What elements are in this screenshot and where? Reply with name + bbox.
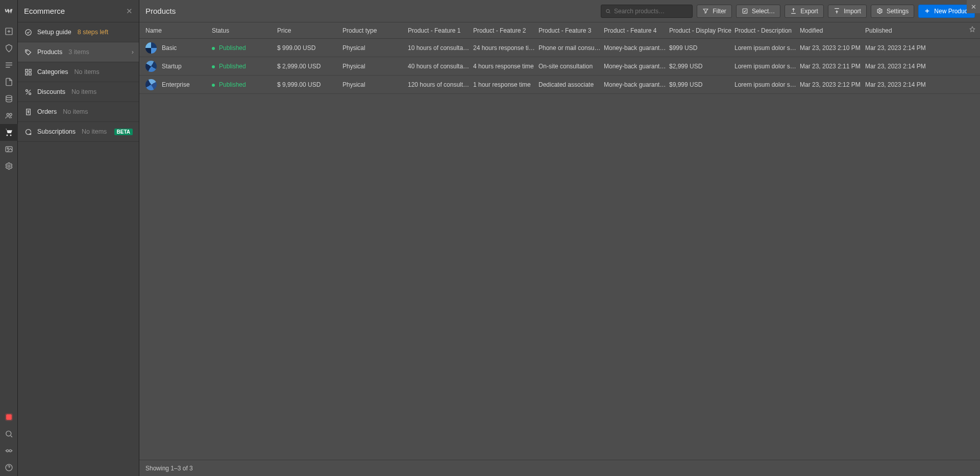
sidebar-close-icon[interactable]: ✕ xyxy=(126,7,133,16)
filter-icon xyxy=(702,8,709,14)
search-glyph-icon xyxy=(605,8,611,14)
logo-icon[interactable] xyxy=(0,3,18,20)
price-cell: $ 9,999.00 USD xyxy=(277,81,342,88)
status-text: Published xyxy=(219,81,246,88)
product-name: Enterprise xyxy=(162,81,190,88)
col-feature-3[interactable]: Product - Feature 3 xyxy=(538,27,604,34)
type-cell: Physical xyxy=(342,63,408,70)
left-rail xyxy=(0,0,18,476)
feature3-cell: Dedicated associate xyxy=(538,81,604,88)
navigator-icon[interactable] xyxy=(0,40,18,57)
sidebar-item-orders[interactable]: OrdersNo items xyxy=(18,102,139,122)
col-published[interactable]: Published xyxy=(865,27,930,34)
settings-label: Settings xyxy=(887,8,909,15)
sidebar-title: Ecommerce xyxy=(24,7,65,15)
col-feature-2[interactable]: Product - Feature 2 xyxy=(473,27,538,34)
modified-cell: Mar 23, 2023 2:10 PM xyxy=(800,44,865,52)
product-avatar xyxy=(145,79,157,90)
add-icon[interactable] xyxy=(0,23,18,40)
pin-icon[interactable] xyxy=(969,26,976,35)
feature1-cell: 10 hours of consultati… xyxy=(408,44,473,52)
assets-icon[interactable] xyxy=(0,141,18,158)
col-status[interactable]: Status xyxy=(212,27,277,34)
col-feature-1[interactable]: Product - Feature 1 xyxy=(408,27,473,34)
feature3-cell: On-site consultation xyxy=(538,63,604,70)
filter-button[interactable]: Filter xyxy=(697,5,732,18)
svg-point-22 xyxy=(879,10,880,12)
product-name: Basic xyxy=(162,44,177,52)
table-row[interactable]: BasicPublished$ 999.00 USDPhysical10 hou… xyxy=(139,39,980,57)
feature2-cell: 24 hours response ti… xyxy=(473,44,538,52)
users-icon[interactable] xyxy=(0,107,18,124)
product-avatar xyxy=(145,42,157,54)
search-icon[interactable] xyxy=(0,425,18,442)
select-icon xyxy=(742,8,748,14)
col-modified[interactable]: Modified xyxy=(800,27,865,34)
sidebar-panel: Ecommerce ✕ Setup guide8 steps leftProdu… xyxy=(18,0,139,476)
settings-button[interactable]: Settings xyxy=(871,5,914,18)
svg-point-7 xyxy=(6,431,11,436)
refresh-icon xyxy=(24,128,32,136)
col-description[interactable]: Product - Description xyxy=(734,27,800,34)
search-input-wrapper[interactable] xyxy=(601,5,693,18)
sidebar-item-subscriptions[interactable]: SubscriptionsNo itemsBETA xyxy=(18,122,139,142)
receipt-icon xyxy=(24,108,32,116)
close-icon[interactable]: ✕ xyxy=(967,0,980,13)
beta-badge: BETA xyxy=(114,129,133,135)
audit-icon[interactable] xyxy=(0,442,18,459)
export-button[interactable]: Export xyxy=(785,5,824,18)
svg-point-17 xyxy=(26,89,28,91)
collections-icon[interactable] xyxy=(0,90,18,107)
search-input[interactable] xyxy=(614,8,688,15)
plus-icon xyxy=(924,8,930,14)
cms-icon[interactable] xyxy=(0,57,18,73)
svg-rect-16 xyxy=(29,72,31,74)
svg-point-18 xyxy=(29,92,31,94)
gear-icon xyxy=(876,8,883,14)
display-price-cell: $2,999 USD xyxy=(669,63,734,70)
video-icon[interactable] xyxy=(0,409,18,425)
col-display-price[interactable]: Product - Display Price xyxy=(669,27,734,34)
sidebar-item-label: Setup guide xyxy=(37,29,71,36)
select-button[interactable]: Select… xyxy=(736,5,780,18)
table-footer: Showing 1–3 of 3 xyxy=(139,460,980,476)
import-button[interactable]: Import xyxy=(828,5,867,18)
sidebar-item-products[interactable]: Products3 items› xyxy=(18,42,139,62)
sidebar-item-meta: No items xyxy=(82,128,107,135)
svg-point-3 xyxy=(9,113,11,115)
sidebar-item-categories[interactable]: CategoriesNo items xyxy=(18,62,139,82)
tag-icon xyxy=(24,48,32,56)
help-icon[interactable] xyxy=(0,459,18,476)
col-feature-4[interactable]: Product - Feature 4 xyxy=(604,27,669,34)
svg-point-20 xyxy=(606,9,609,12)
svg-point-11 xyxy=(25,29,31,35)
description-cell: Lorem ipsum dolor sit… xyxy=(734,63,800,70)
products-table: Name Status Price Product type Product -… xyxy=(139,22,980,460)
svg-point-6 xyxy=(8,165,10,167)
import-icon xyxy=(834,8,840,14)
product-avatar xyxy=(145,61,157,72)
col-price[interactable]: Price xyxy=(277,27,342,34)
svg-point-8 xyxy=(6,449,8,452)
sidebar-item-meta: No items xyxy=(74,68,99,76)
settings-icon[interactable] xyxy=(0,158,18,174)
check-circle-icon xyxy=(24,28,32,36)
modified-cell: Mar 23, 2023 2:12 PM xyxy=(800,81,865,88)
sidebar-item-discounts[interactable]: DiscountsNo items xyxy=(18,82,139,102)
feature2-cell: 1 hour response time xyxy=(473,81,538,88)
feature4-cell: Money-back guarantee xyxy=(604,81,669,88)
status-text: Published xyxy=(219,44,246,52)
col-type[interactable]: Product type xyxy=(342,27,408,34)
col-name[interactable]: Name xyxy=(145,27,212,34)
feature1-cell: 120 hours of consulta… xyxy=(408,81,473,88)
table-row[interactable]: EnterprisePublished$ 9,999.00 USDPhysica… xyxy=(139,76,980,94)
percent-icon xyxy=(24,88,32,96)
svg-point-2 xyxy=(7,113,9,115)
table-row[interactable]: StartupPublished$ 2,999.00 USDPhysical40… xyxy=(139,57,980,76)
svg-point-5 xyxy=(7,148,8,149)
feature4-cell: Money-back guarantee xyxy=(604,63,669,70)
sidebar-item-setup-guide[interactable]: Setup guide8 steps left xyxy=(18,22,139,42)
ecommerce-icon[interactable] xyxy=(0,124,18,141)
description-cell: Lorem ipsum dolor sit… xyxy=(734,44,800,52)
pages-icon[interactable] xyxy=(0,73,18,90)
